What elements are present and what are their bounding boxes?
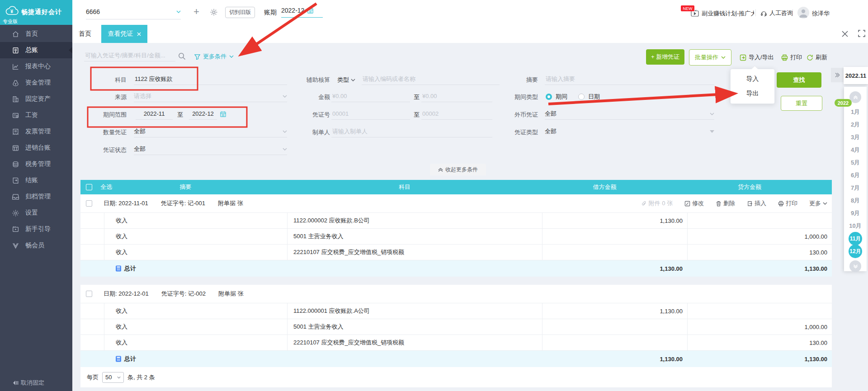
amount-from-field[interactable] (331, 90, 410, 102)
edit-voucher-button[interactable]: 修改 (684, 199, 704, 207)
sidebar-item-invoice-management[interactable]: 发票管理 (0, 123, 72, 140)
sidebar-item-archive-management[interactable]: 归档管理 (0, 188, 72, 205)
maker-field[interactable] (331, 126, 492, 137)
account-set-selector[interactable]: 6666 (86, 8, 181, 19)
subject-input[interactable] (134, 75, 287, 83)
voucher-status-select[interactable]: 全部 (134, 143, 287, 155)
radio-period-selected[interactable] (546, 94, 552, 100)
sidebar-item-payroll[interactable]: 工资 (0, 107, 72, 123)
voucher-line-row[interactable]: 收入 22210107 应交税费_应交增值税_销项税额 130.00 (80, 244, 832, 260)
month-item-2[interactable]: 2月 (844, 118, 867, 131)
voucher-line-row[interactable]: 收入 22210107 应交税费_应交增值税_销项税额 130.00 (80, 334, 832, 350)
month-item-10[interactable]: 10月 (844, 220, 867, 232)
collapse-month-panel-tab[interactable] (831, 68, 844, 82)
search-icon[interactable] (178, 52, 186, 60)
amount-to-input[interactable] (421, 92, 492, 100)
summary-filter-field[interactable] (545, 73, 714, 85)
import-export-button[interactable]: 导入/导出 (740, 53, 774, 61)
maker-input[interactable] (331, 127, 492, 135)
print-voucher-button[interactable]: 打印 (778, 199, 797, 207)
print-button[interactable]: 打印 (781, 53, 802, 61)
menu-item-export[interactable]: 导出 (731, 86, 774, 101)
source-filter-select[interactable]: 请选择 (134, 90, 287, 102)
menu-item-import[interactable]: 导入 (731, 72, 774, 86)
voucher-line-row[interactable]: 收入 5001 主营业务收入 1,000.00 (80, 319, 832, 334)
unpin-sidebar-button[interactable]: 取消固定 (13, 379, 44, 387)
find-button[interactable]: 查找 (777, 72, 821, 88)
month-item-5[interactable]: 5月 (844, 156, 867, 169)
delete-voucher-button[interactable]: 删除 (716, 199, 735, 207)
row-checkbox[interactable] (86, 200, 92, 207)
period-selector[interactable]: 2022-12 (281, 7, 323, 18)
voucher-type-select[interactable]: 全部 (545, 126, 714, 137)
sidebar-item-membership[interactable]: 畅会员 (0, 237, 72, 254)
sidebar-item-report-center[interactable]: 报表中心 (0, 58, 72, 75)
month-item-7[interactable]: 7月 (844, 182, 867, 194)
radio-period-label[interactable]: 期间 (556, 93, 567, 101)
voucher-line-row[interactable]: 收入 1122.000002 应收账款.B公司 1,130.00 (80, 212, 832, 228)
promo-link[interactable]: 副业赚钱计划-推广大使 (702, 9, 754, 18)
support-link[interactable]: 人工咨询 (760, 9, 793, 17)
voucher-search-input[interactable] (84, 52, 175, 59)
avatar[interactable] (797, 7, 809, 19)
month-item-12-active[interactable]: 12月 (844, 245, 867, 258)
voucher-no-to-field[interactable] (421, 108, 492, 120)
month-item-11-active[interactable]: 11月 (844, 232, 867, 245)
username[interactable]: 徐泽华 (812, 9, 830, 18)
voucher-line-row[interactable]: 收入 5001 主营业务收入 1,000.00 (80, 228, 832, 244)
aux-type-select[interactable]: 类型 (337, 76, 355, 84)
collapse-filters-button[interactable]: 收起更多条件 (430, 164, 486, 175)
sidebar-item-closing[interactable]: 结账 (0, 172, 72, 188)
batch-operations-button[interactable]: 批量操作 (689, 49, 731, 66)
amount-to-field[interactable] (421, 90, 492, 102)
month-item-6[interactable]: 6月 (844, 169, 867, 182)
row-checkbox[interactable] (86, 291, 92, 297)
sidebar-item-tax-management[interactable]: 税务管理 (0, 156, 72, 172)
sidebar-item-home[interactable]: 首页 (0, 26, 72, 42)
subject-filter-field[interactable] (134, 73, 287, 85)
voucher-no-to-input[interactable] (421, 110, 492, 118)
gear-icon[interactable] (210, 8, 218, 16)
tab-home[interactable]: 首页 (79, 25, 91, 43)
calendar-icon[interactable] (220, 111, 226, 118)
add-account-set-button[interactable]: + (193, 6, 199, 18)
reset-button[interactable]: 重置 (781, 96, 822, 111)
month-item-9[interactable]: 9月 (844, 207, 867, 220)
aux-code-field[interactable] (362, 73, 500, 85)
amount-from-input[interactable] (331, 92, 410, 100)
switch-old-version-button[interactable]: 切到旧版 (225, 7, 255, 18)
qty-voucher-select[interactable]: 全部 (134, 126, 287, 137)
month-item-8[interactable]: 8月 (844, 194, 867, 207)
per-page-select[interactable]: 50 (102, 372, 124, 383)
sidebar-item-general-ledger[interactable]: 总账 (0, 42, 72, 58)
more-filters-toggle[interactable]: 更多条件 (194, 52, 234, 61)
aux-code-input[interactable] (362, 75, 500, 83)
scroll-months-down-button[interactable] (849, 260, 861, 272)
foreign-currency-select[interactable]: 全部 (545, 108, 714, 120)
period-to-field[interactable]: 2022-12 (189, 108, 217, 120)
voucher-no-from-input[interactable] (331, 110, 410, 118)
select-all-checkbox[interactable] (86, 184, 92, 190)
tab-close-icon[interactable] (137, 32, 141, 36)
month-item-1[interactable]: 1月 (844, 106, 867, 118)
voucher-line-row[interactable]: 收入 1122.000001 应收账款.A公司 1,130.00 (80, 303, 832, 319)
sidebar-item-settings[interactable]: 设置 (0, 205, 72, 221)
radio-date[interactable] (578, 94, 585, 100)
voucher-search-field[interactable] (84, 50, 175, 61)
insert-voucher-button[interactable]: 插入 (747, 199, 766, 207)
sidebar-item-purchase-sales-ledger[interactable]: 进销台账 (0, 140, 72, 156)
sidebar-item-beginner-guide[interactable]: 新手引导 (0, 221, 72, 237)
tab-view-voucher[interactable]: 查看凭证 (101, 25, 147, 43)
more-actions-button[interactable]: 更多 (809, 199, 827, 207)
add-voucher-button[interactable]: + 新增凭证 (646, 49, 684, 65)
month-item-4[interactable]: 4月 (844, 144, 867, 156)
refresh-button[interactable]: 刷新 (807, 53, 827, 61)
voucher-no-from-field[interactable] (331, 108, 410, 120)
sidebar-item-fund-management[interactable]: 资金管理 (0, 75, 72, 91)
period-from-field[interactable]: 2022-11 (136, 108, 173, 120)
summary-input[interactable] (545, 75, 714, 83)
month-item-3[interactable]: 3月 (844, 131, 867, 144)
fullscreen-icon[interactable] (858, 30, 865, 37)
sidebar-item-fixed-assets[interactable]: 固定资产 (0, 91, 72, 107)
close-all-tabs-icon[interactable] (842, 31, 848, 37)
